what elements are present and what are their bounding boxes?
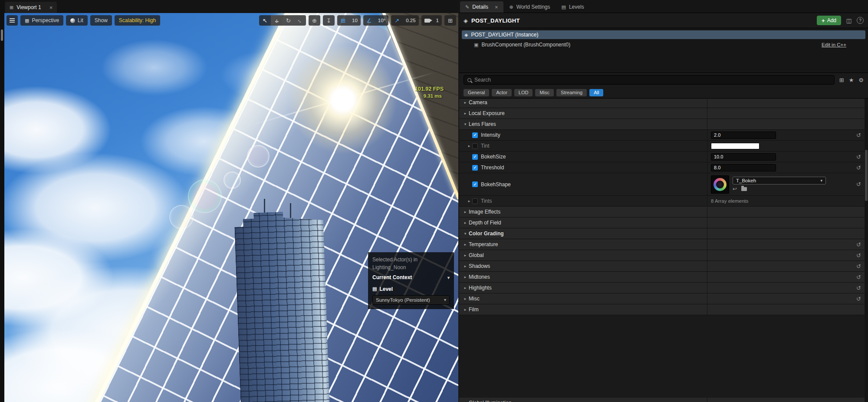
filter-streaming[interactable]: Streaming xyxy=(556,89,587,96)
filter-lod[interactable]: LOD xyxy=(514,89,533,96)
tint-color-swatch[interactable] xyxy=(711,143,760,149)
reset-to-default-icon[interactable]: ↺ xyxy=(856,241,861,248)
details-scrollbar[interactable] xyxy=(865,99,868,402)
reset-to-default-icon[interactable]: ↺ xyxy=(856,274,861,280)
category-local-exposure[interactable]: ▸Local Exposure xyxy=(459,108,865,119)
search-input[interactable] xyxy=(474,77,831,83)
edit-in-cpp-link[interactable]: Edit in C++ xyxy=(822,42,846,47)
reset-to-default-icon[interactable]: ↺ xyxy=(856,181,861,188)
bokehsize-value-field[interactable]: 10.0 xyxy=(711,153,776,161)
show-dropdown[interactable]: Show xyxy=(90,15,112,26)
help-button[interactable]: ? xyxy=(857,17,864,24)
scale-snap-value[interactable]: 0.25 xyxy=(403,15,418,26)
bokehshape-asset-dropdown[interactable]: T_Bokeh ▾ xyxy=(733,177,826,185)
level-select-dropdown[interactable]: SunnyTokyo (Persistent) ▾ xyxy=(372,295,450,305)
category-global[interactable]: ▸Global ↺ xyxy=(459,250,865,261)
grid-snap-toggle[interactable]: ⊞ xyxy=(337,15,349,26)
filter-all[interactable]: All xyxy=(589,89,603,96)
category-temperature[interactable]: ▸Temperature ↺ xyxy=(459,239,865,250)
viewport-scene[interactable]: ▦ Perspective Lit Show Scalability: High… xyxy=(4,13,458,402)
select-tool-button[interactable]: ↖ xyxy=(259,15,271,26)
reset-to-default-icon[interactable]: ↺ xyxy=(856,132,861,138)
add-component-button[interactable]: + Add xyxy=(817,16,841,25)
category-film[interactable]: ▸Film xyxy=(459,304,865,315)
category-misc[interactable]: ▸Misc ↺ xyxy=(459,293,865,304)
category-highlights[interactable]: ▸Highlights ↺ xyxy=(459,283,865,293)
filter-misc[interactable]: Misc xyxy=(535,89,554,96)
settings-gear-icon[interactable]: ⚙ xyxy=(858,77,864,83)
tree-row-instance[interactable]: ◈ POST_DAYLIGHT (Instance) xyxy=(462,30,865,39)
tab-details[interactable]: ✎ Details × xyxy=(460,1,503,13)
tints-checkbox[interactable] xyxy=(472,198,478,204)
favorites-star-icon[interactable]: ★ xyxy=(849,77,854,83)
scrollbar-thumb[interactable] xyxy=(865,150,868,201)
reset-to-default-icon[interactable]: ↺ xyxy=(856,263,861,270)
filter-actor[interactable]: Actor xyxy=(492,89,512,96)
rotation-snap-value[interactable]: 10° xyxy=(375,15,388,26)
category-color-grading[interactable]: ▾Color Grading xyxy=(459,228,865,239)
tab-viewport-1[interactable]: ⊞ Viewport 1 × xyxy=(5,2,57,13)
browse-to-asset-icon[interactable] xyxy=(741,187,747,191)
use-selected-asset-icon[interactable]: ↩ xyxy=(733,186,737,192)
reset-to-default-icon[interactable]: ↺ xyxy=(856,285,861,291)
tree-row-brush-component[interactable]: ▣ BrushComponent (BrushComponent0) Edit … xyxy=(462,40,865,49)
details-header: ◈ POST_DAYLIGHT + Add ◫ ? xyxy=(459,13,868,28)
surface-snap-icon: ↧ xyxy=(326,17,331,24)
scale-tool-button[interactable]: ↔ xyxy=(294,15,306,26)
threshold-value-field[interactable]: 8.0 xyxy=(711,164,776,171)
tint-checkbox[interactable] xyxy=(472,143,478,149)
category-midtones[interactable]: ▸Midtones ↺ xyxy=(459,272,865,283)
perspective-dropdown[interactable]: ▦ Perspective xyxy=(20,15,63,26)
view-mode-dropdown[interactable]: Lit xyxy=(66,15,88,26)
tab-levels[interactable]: ▤ Levels xyxy=(556,1,589,13)
grid-snap-group: ⊞ 10 xyxy=(337,15,361,26)
reset-to-default-icon[interactable]: ↺ xyxy=(856,154,861,160)
chevron-right-icon[interactable]: ▸ xyxy=(466,199,472,203)
display-mode-icon[interactable]: ⊞ xyxy=(839,77,844,83)
viewport-options-button[interactable] xyxy=(7,15,18,26)
bokeh-texture-thumbnail[interactable] xyxy=(711,175,729,194)
property-row-bokehsize: ✓ BokehSize 10.0 ↺ xyxy=(459,152,865,162)
category-camera[interactable]: ▸Camera xyxy=(459,98,865,108)
actor-icon: ◈ xyxy=(464,32,468,38)
close-tab-icon[interactable]: × xyxy=(495,4,498,10)
move-tool-button[interactable]: ↔↕ xyxy=(271,15,283,26)
maximize-viewport-button[interactable]: ⊞ xyxy=(444,15,456,26)
camera-speed-value[interactable]: 1 xyxy=(433,15,442,26)
scalability-button[interactable]: Scalability: High xyxy=(115,15,160,26)
chevron-right-icon[interactable]: ▸ xyxy=(466,144,472,148)
panel-options-button[interactable]: ◫ xyxy=(845,16,853,25)
category-global-illumination[interactable]: ▸Global Illumination xyxy=(459,398,865,402)
unreal-editor-window: ⊞ Viewport 1 × xyxy=(0,0,868,402)
context-overlay: Selected Actor(s) in Lighting_Noon Curre… xyxy=(368,252,454,309)
category-image-effects[interactable]: ▸Image Effects xyxy=(459,207,865,217)
camera-speed-button[interactable] xyxy=(421,15,433,26)
tab-world-settings[interactable]: ⊕ World Settings xyxy=(504,1,556,13)
category-shadows[interactable]: ▸Shadows ↺ xyxy=(459,261,865,272)
rotation-snap-toggle[interactable]: ∠ xyxy=(363,15,375,26)
bokehsize-checkbox[interactable]: ✓ xyxy=(472,154,478,160)
perspective-icon: ▦ xyxy=(25,18,29,23)
reset-to-default-icon[interactable]: ↺ xyxy=(856,296,861,302)
lens-ghost-1 xyxy=(247,145,270,168)
reset-to-default-icon[interactable]: ↺ xyxy=(856,165,861,171)
scale-snap-toggle[interactable]: ↗ xyxy=(391,15,403,26)
world-local-toggle[interactable]: ⊕ xyxy=(309,15,320,26)
intensity-checkbox[interactable]: ✓ xyxy=(472,132,478,138)
current-context-dropdown[interactable]: Current Context ▾ xyxy=(372,274,450,281)
rotate-tool-button[interactable]: ↻ xyxy=(283,15,294,26)
grid-snap-value[interactable]: 10 xyxy=(349,15,361,26)
close-tab-icon[interactable]: × xyxy=(49,4,53,11)
viewport-tab-label: Viewport 1 xyxy=(16,4,41,10)
category-lens-flares[interactable]: ▾Lens Flares xyxy=(459,119,865,130)
bokehshape-checkbox[interactable]: ✓ xyxy=(472,181,478,187)
reset-to-default-icon[interactable]: ↺ xyxy=(856,252,861,259)
collapsed-panel-tab[interactable] xyxy=(1,30,3,41)
intensity-value-field[interactable]: 2.0 xyxy=(711,132,776,139)
search-box[interactable] xyxy=(464,75,835,85)
threshold-checkbox[interactable]: ✓ xyxy=(472,165,478,171)
filter-general[interactable]: General xyxy=(464,89,489,96)
lit-icon xyxy=(70,18,75,23)
category-depth-of-field[interactable]: ▸Depth of Field xyxy=(459,217,865,228)
surface-snapping-button[interactable]: ↧ xyxy=(323,15,335,26)
